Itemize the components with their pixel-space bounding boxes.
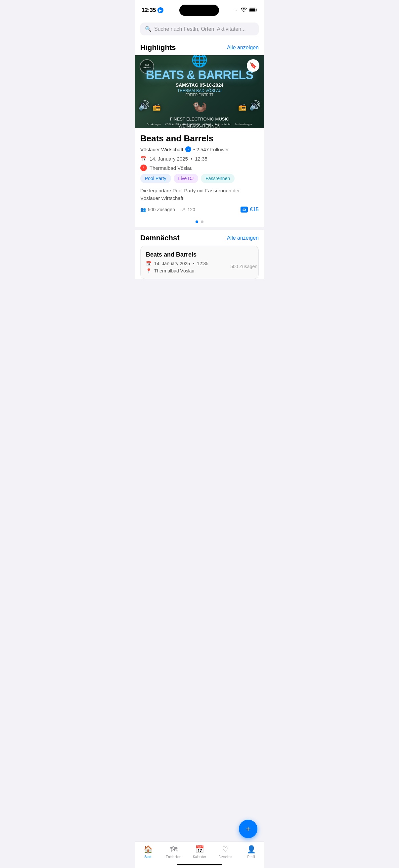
section-divider	[135, 227, 264, 230]
sponsor-2: VÖSLAUER	[165, 123, 179, 125]
time-display: 12:35	[142, 7, 156, 13]
search-icon: 🔍	[145, 26, 152, 32]
event-date: 14. January 2025	[149, 156, 188, 161]
upcoming-time: 12:35	[197, 261, 208, 266]
speaker-right-1: 📻	[238, 103, 246, 111]
event-date-row: 📅 14. January 2025 • 12:35	[140, 156, 259, 162]
status-time: 12:35 ▶	[142, 7, 163, 13]
location-icon: ▶	[158, 7, 163, 13]
demnachst-header: Demnächst Alle anzeigen	[135, 230, 264, 246]
search-container: 🔍 Suche nach Festln, Orten, Aktivitäten.…	[135, 19, 264, 39]
highlights-link[interactable]: Alle anzeigen	[227, 45, 259, 51]
upcoming-card-title: Beats and Barrels	[146, 251, 253, 258]
tags-row: Pool Party Live DJ Fassrennen	[140, 174, 259, 183]
pagination-dots	[135, 217, 264, 227]
follower-count: • 2.547 Follower	[193, 147, 229, 152]
dynamic-island	[179, 5, 219, 16]
tag-pool-party[interactable]: Pool Party	[140, 174, 171, 183]
calendar-icon: 📅	[140, 156, 147, 162]
svg-rect-1	[250, 8, 256, 11]
ticket-icon: 🎟	[240, 207, 248, 213]
upcoming-stat: 500 Zusagen	[230, 264, 257, 269]
event-organizer: Vöslauer Wirtschaft ✓ • 2.547 Follower	[140, 146, 259, 152]
organizer-name: Vöslauer Wirtschaft	[140, 147, 183, 152]
status-icons: ···	[235, 8, 257, 13]
banner-content: SPÄTSCHICHT TECHNO X VÖWI PRESENT 🌐 BEAT…	[139, 55, 260, 128]
signal-icon: ···	[235, 8, 239, 12]
banner-venue: THERMALBAD VÖSLAU	[146, 88, 253, 93]
event-time: 12:35	[195, 156, 207, 161]
highlights-header: Highlights Alle anzeigen	[135, 39, 264, 55]
status-bar: 12:35 ▶ ···	[135, 0, 264, 19]
dot-2[interactable]	[201, 220, 203, 223]
speaker-left-2: 📻	[153, 103, 161, 111]
banner-date: SAMSTAG 05-10-2024	[146, 83, 253, 88]
sponsor-3: BAD VÖSLAU	[183, 123, 200, 125]
event-description: Die legendäre Pool-Party mit Fassrennen …	[140, 187, 259, 202]
wifi-icon	[241, 8, 247, 13]
dot-1[interactable]	[196, 220, 198, 223]
event-location-row: ! Thermalbad Vöslau	[140, 164, 259, 171]
battery-icon	[249, 8, 257, 13]
globe-icon: 🌐	[146, 55, 253, 68]
price-stat: 🎟 €15	[240, 207, 259, 213]
location-pin-icon: !	[140, 164, 147, 171]
upcoming-calendar-icon: 📅	[146, 261, 152, 266]
upcoming-card[interactable]: Beats and Barrels 📅 14. January 2025 • 1…	[140, 246, 259, 279]
tag-live-dj[interactable]: Live DJ	[174, 174, 199, 183]
banner-free: FREIER EINTRITT	[146, 93, 253, 97]
sponsor-6: Schlumberger	[235, 123, 252, 125]
demnachst-section: Demnächst Alle anzeigen Beats and Barrel…	[135, 230, 264, 279]
sponsor-4: VÖWI	[204, 123, 211, 125]
verified-badge: ✓	[185, 146, 191, 152]
banner-speakers: 🔊 📻 📻 🔊	[135, 100, 264, 111]
upcoming-date: 14. January 2025	[154, 261, 190, 266]
attendees-count: 500 Zusagen	[148, 207, 175, 212]
highlights-card[interactable]: BADVÖSLAU 🔖 SPÄTSCHICHT TECHNO X VÖWI PR…	[135, 55, 264, 217]
bookmark-button[interactable]: 🔖	[247, 59, 259, 72]
event-details: Beats and Barrels Vöslauer Wirtschaft ✓ …	[135, 128, 264, 217]
trending-icon: ↗	[181, 207, 186, 212]
speaker-left-1: 🔊	[138, 100, 150, 111]
upcoming-location: Thermalbad Vöslau	[154, 268, 194, 274]
sponsor-5: Spät·schicht	[215, 123, 231, 125]
people-icon: 👥	[140, 207, 146, 212]
banner-description: FINEST ELECTRONIC MUSIC WEINFASS-RENNEN …	[146, 116, 253, 128]
event-title: Beats and Barrels	[140, 133, 259, 144]
search-bar[interactable]: 🔍 Suche nach Festln, Orten, Aktivitäten.…	[140, 23, 259, 35]
search-placeholder: Suche nach Festln, Orten, Aktivitäten...	[154, 26, 246, 32]
event-stats: 👥 500 Zusagen ↗ 120 🎟 €15	[140, 207, 259, 213]
demnachst-title: Demnächst	[140, 234, 180, 242]
banner-sponsors: Ottakringer VÖSLAUER BAD VÖSLAU VÖWI Spä…	[135, 123, 264, 125]
upcoming-location-icon: 📍	[146, 268, 152, 274]
event-banner: BADVÖSLAU 🔖 SPÄTSCHICHT TECHNO X VÖWI PR…	[135, 55, 264, 128]
attendees-stat: 👥 500 Zusagen	[140, 207, 175, 212]
demnachst-link[interactable]: Alle anzeigen	[227, 235, 259, 241]
banner-title: BEATS & BARRELS	[146, 69, 253, 81]
sponsor-1: Ottakringer	[147, 123, 161, 125]
trend-stat: ↗ 120	[181, 207, 195, 212]
tag-fassrennen[interactable]: Fassrennen	[201, 174, 235, 183]
trend-count: 120	[188, 207, 195, 212]
price-value: €15	[250, 207, 259, 213]
speaker-right-2: 🔊	[249, 100, 261, 111]
highlights-title: Highlights	[140, 43, 176, 52]
event-location: Thermalbad Vöslau	[149, 165, 193, 171]
